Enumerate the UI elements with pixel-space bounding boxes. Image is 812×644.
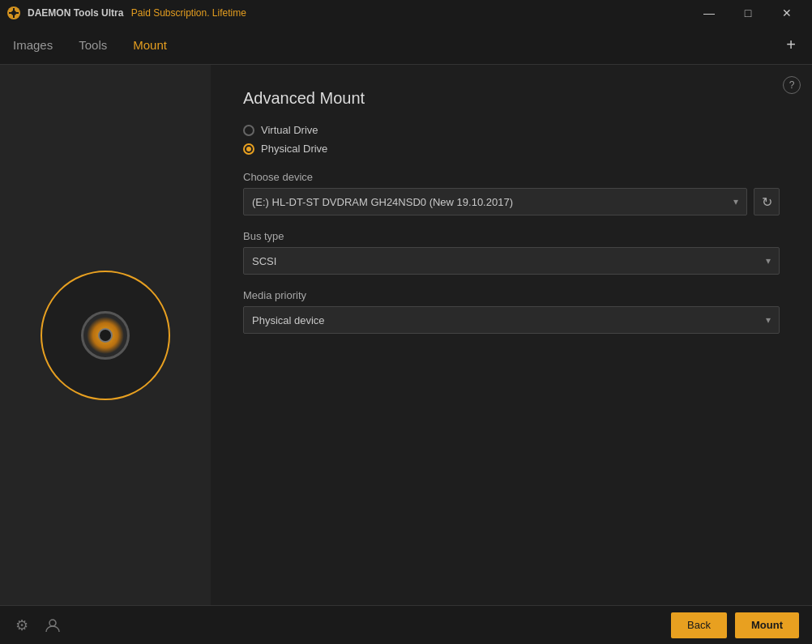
bus-type-chevron-icon: ▾ bbox=[766, 255, 771, 267]
titlebar: DAEMON Tools Ultra Paid Subscription. Li… bbox=[0, 0, 812, 26]
maximize-button[interactable]: □ bbox=[729, 0, 767, 26]
user-icon[interactable] bbox=[44, 616, 62, 634]
app-title: DAEMON Tools Ultra Paid Subscription. Li… bbox=[28, 7, 246, 19]
disc-container bbox=[41, 271, 170, 400]
left-panel bbox=[0, 65, 211, 605]
nav-item-tools[interactable]: Tools bbox=[79, 35, 107, 55]
main-content: ? Advanced Mount Virtual Drive Physical … bbox=[0, 65, 812, 605]
choose-device-value: (E:) HL-DT-ST DVDRAM GH24NSD0 (New 19.10… bbox=[252, 196, 513, 208]
virtual-drive-radio[interactable]: Virtual Drive bbox=[243, 124, 780, 136]
media-priority-value: Physical device bbox=[252, 314, 325, 326]
nav-item-mount[interactable]: Mount bbox=[133, 35, 167, 55]
titlebar-left: DAEMON Tools Ultra Paid Subscription. Li… bbox=[6, 6, 246, 20]
choose-device-dropdown[interactable]: (E:) HL-DT-ST DVDRAM GH24NSD0 (New 19.10… bbox=[243, 188, 747, 215]
bottom-right: Back Mount bbox=[671, 612, 799, 638]
disc-icon bbox=[81, 311, 130, 360]
svg-point-1 bbox=[11, 11, 16, 15]
settings-icon[interactable]: ⚙ bbox=[13, 616, 31, 634]
nav-items: Images Tools Mount bbox=[13, 35, 167, 55]
user-svg-icon bbox=[45, 617, 61, 633]
choose-device-chevron-icon: ▾ bbox=[733, 196, 738, 207]
titlebar-controls: — □ ✕ bbox=[690, 0, 806, 26]
minimize-button[interactable]: — bbox=[690, 0, 728, 26]
choose-device-group: Choose device (E:) HL-DT-ST DVDRAM GH24N… bbox=[243, 171, 780, 215]
help-button[interactable]: ? bbox=[783, 76, 801, 94]
refresh-icon: ↻ bbox=[762, 194, 772, 210]
app-name: DAEMON Tools Ultra bbox=[28, 7, 123, 19]
virtual-drive-label: Virtual Drive bbox=[261, 124, 318, 136]
close-button[interactable]: ✕ bbox=[768, 0, 806, 26]
panel-title: Advanced Mount bbox=[243, 89, 780, 108]
nav-item-images[interactable]: Images bbox=[13, 35, 53, 55]
bus-type-group: Bus type SCSI ▾ bbox=[243, 230, 780, 275]
app-logo-icon bbox=[6, 6, 21, 20]
choose-device-label: Choose device bbox=[243, 171, 780, 183]
nav-add-button[interactable]: + bbox=[783, 32, 799, 58]
bottom-left: ⚙ bbox=[13, 616, 62, 634]
choose-device-row: (E:) HL-DT-ST DVDRAM GH24NSD0 (New 19.10… bbox=[243, 188, 780, 215]
physical-drive-radio[interactable]: Physical Drive bbox=[243, 143, 780, 155]
right-panel: ? Advanced Mount Virtual Drive Physical … bbox=[211, 65, 812, 605]
physical-drive-label: Physical Drive bbox=[261, 143, 327, 155]
media-priority-chevron-icon: ▾ bbox=[766, 314, 771, 326]
subscription-label: Paid Subscription. Lifetime bbox=[131, 7, 246, 19]
bus-type-value: SCSI bbox=[252, 255, 276, 267]
media-priority-group: Media priority Physical device ▾ bbox=[243, 289, 780, 334]
back-button[interactable]: Back bbox=[671, 612, 727, 638]
media-priority-dropdown[interactable]: Physical device ▾ bbox=[243, 306, 780, 334]
disc-hole bbox=[98, 328, 113, 343]
bus-type-label: Bus type bbox=[243, 230, 780, 242]
mount-button[interactable]: Mount bbox=[735, 612, 799, 638]
svg-point-2 bbox=[49, 620, 56, 626]
bottom-bar: ⚙ Back Mount bbox=[0, 605, 812, 644]
navbar: Images Tools Mount + bbox=[0, 26, 812, 65]
media-priority-label: Media priority bbox=[243, 289, 780, 301]
refresh-button[interactable]: ↻ bbox=[754, 188, 780, 215]
physical-drive-radio-circle bbox=[243, 143, 254, 155]
virtual-drive-radio-circle bbox=[243, 125, 254, 136]
drive-type-radio-group: Virtual Drive Physical Drive bbox=[243, 124, 780, 155]
bus-type-dropdown[interactable]: SCSI ▾ bbox=[243, 247, 780, 275]
radio-selected-dot bbox=[246, 147, 251, 151]
